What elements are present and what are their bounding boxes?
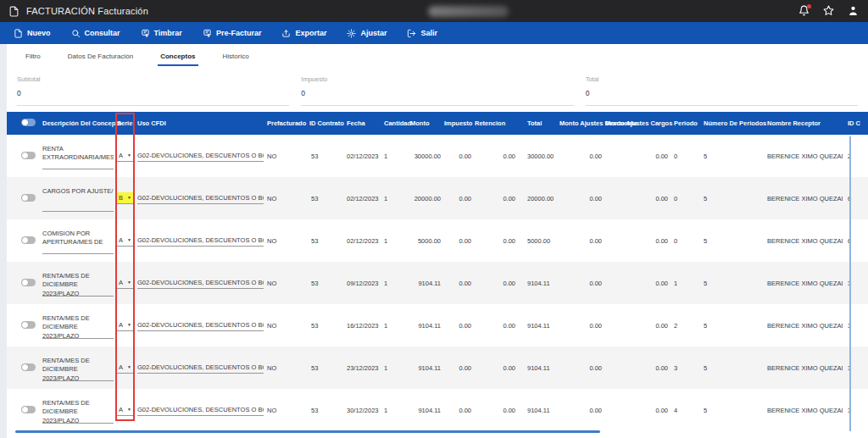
- cell-monto-ajustes-cargos: 0.00: [605, 195, 671, 202]
- titlebar: FACTURACIÓN Facturación: [0, 0, 868, 22]
- uso-cfdi-field[interactable]: G02-DEVOLUCIONES, DESCUENTOS O BONIFICAC: [137, 236, 264, 247]
- cell-toggle: [17, 236, 42, 246]
- cell-impuesto: 0.00: [444, 237, 475, 245]
- cell-total: 9104.11: [519, 407, 559, 414]
- uso-cfdi-field[interactable]: G02-DEVOLUCIONES, DESCUENTOS O BONIFICAC: [137, 363, 264, 374]
- horizontal-scrollbar[interactable]: [15, 430, 600, 433]
- cell-serie: A: [117, 362, 137, 374]
- chevron-down-icon: [127, 238, 131, 242]
- table-row: CARGOS POR AJUSTE/ B G02-DEVOLUCIONES, D…: [7, 177, 868, 219]
- cell-id: 3: [843, 364, 868, 372]
- uso-cfdi-field[interactable]: G02-DEVOLUCIONES, DESCUENTOS O BONIFICAC: [137, 278, 264, 289]
- cell-total: 9104.11: [519, 322, 559, 330]
- cell-retencion: 0.00: [475, 364, 519, 372]
- table-body: RENTA EXTRAORDINARIA/MES A G02-DEVOLUCIO…: [7, 135, 868, 431]
- col-header-cantidad: Cantidad: [384, 119, 410, 127]
- col-header-monto-ajustes-cargos: Monto Ajustes Cargos: [605, 119, 671, 127]
- cell-prefacturado: NO: [267, 195, 309, 202]
- col-header-nombre-receptor: Nombre Receptor: [765, 119, 843, 127]
- serie-dropdown[interactable]: A: [117, 235, 133, 247]
- cell-cantidad: 1: [384, 152, 410, 160]
- salir-button[interactable]: Salir: [397, 22, 448, 44]
- timbrar-button[interactable]: Timbrar: [131, 22, 192, 44]
- cell-fecha: 23/12/2023: [347, 364, 384, 372]
- concept-description-field[interactable]: RENTA/MES DE DICIEMBRE 2023/PLAZO: [42, 397, 114, 424]
- cell-prefacturado: NO: [267, 152, 309, 160]
- cell-descripcion: CARGOS POR AJUSTE/: [42, 186, 117, 212]
- cell-monto-ajustes-cargos: 0.00: [605, 407, 671, 414]
- row-toggle[interactable]: [21, 194, 36, 202]
- table-row: RENTA/MES DE DICIEMBRE 2023/PLAZO A G02-…: [7, 304, 868, 347]
- cell-fecha: 16/12/2023: [347, 322, 384, 330]
- cell-prefacturado: NO: [267, 280, 309, 287]
- cell-uso-cfdi: G02-DEVOLUCIONES, DESCUENTOS O BONIFICAC: [137, 193, 267, 204]
- cell-monto-ajustes-descuento: 0.00: [559, 280, 605, 287]
- row-toggle[interactable]: [21, 236, 36, 244]
- toolbar: Nuevo Consultar Timbrar Pre-Facturar Exp…: [0, 22, 868, 44]
- serie-dropdown[interactable]: A: [117, 319, 133, 331]
- cell-cantidad: 1: [384, 364, 410, 372]
- concept-description-field[interactable]: COMISION POR APERTURA/MES DE: [42, 228, 114, 254]
- nuevo-button[interactable]: Nuevo: [3, 22, 61, 44]
- cell-uso-cfdi: G02-DEVOLUCIONES, DESCUENTOS O BONIFICAC: [137, 363, 267, 374]
- row-toggle[interactable]: [21, 363, 36, 371]
- uso-cfdi-field[interactable]: G02-DEVOLUCIONES, DESCUENTOS O BONIFICAC: [137, 193, 264, 204]
- chevron-down-icon: [127, 323, 131, 327]
- cell-monto: 20000.00: [410, 195, 444, 202]
- row-toggle[interactable]: [21, 152, 36, 159]
- chevron-down-icon: [127, 280, 131, 285]
- cell-toggle: [17, 279, 42, 288]
- cell-fecha: 30/12/2023: [347, 407, 384, 414]
- cell-prefacturado: NO: [267, 364, 309, 372]
- pre-facturar-button[interactable]: Pre-Facturar: [192, 22, 272, 44]
- page-title: FACTURACIÓN Facturación: [26, 6, 148, 16]
- consultar-button[interactable]: Consultar: [61, 22, 131, 44]
- stamp-icon: [203, 29, 212, 38]
- uso-cfdi-field[interactable]: G02-DEVOLUCIONES, DESCUENTOS O BONIFICAC: [137, 320, 264, 331]
- uso-cfdi-field[interactable]: G02-DEVOLUCIONES, DESCUENTOS O BONIFICAC: [137, 151, 264, 162]
- cell-id-contrato: 53: [309, 195, 347, 202]
- cell-id: 3: [843, 322, 868, 330]
- cell-nombre-receptor: BERENICE XIMO QUEZADA: [765, 364, 843, 372]
- concept-description-field[interactable]: RENTA/MES DE DICIEMBRE 2023/PLAZO: [42, 355, 114, 381]
- table-row: COMISION POR APERTURA/MES DE A G02-DEVOL…: [7, 219, 868, 262]
- tab-datos-de-facturacion[interactable]: Datos De Facturación: [58, 44, 143, 68]
- cell-fecha: 02/12/2023: [347, 195, 384, 202]
- cell-numero-de-periodos: 5: [698, 322, 765, 330]
- cell-total: 5000.00: [519, 237, 559, 245]
- cell-numero-de-periodos: 5: [698, 280, 765, 287]
- notifications-bell-icon[interactable]: [798, 5, 810, 17]
- cell-retencion: 0.00: [475, 237, 519, 245]
- user-profile-icon[interactable]: [848, 5, 860, 17]
- favorite-star-icon[interactable]: [823, 5, 835, 17]
- row-toggle[interactable]: [21, 279, 36, 286]
- concept-description-field[interactable]: RENTA/MES DE DICIEMBRE 2023/PLAZO: [42, 313, 114, 339]
- serie-dropdown[interactable]: A: [117, 362, 133, 374]
- concept-description-field[interactable]: CARGOS POR AJUSTE/: [42, 186, 114, 212]
- cell-serie: A: [117, 150, 137, 162]
- cell-periodo: 4: [671, 407, 698, 414]
- row-toggle[interactable]: [21, 321, 36, 329]
- cell-toggle: [17, 194, 42, 203]
- table-row: RENTA/MES DE DICIEMBRE 2023/PLAZO A G02-…: [7, 389, 868, 431]
- cell-serie: B: [117, 192, 137, 204]
- ajustar-button[interactable]: Ajustar: [337, 22, 397, 44]
- serie-dropdown[interactable]: A: [117, 150, 133, 162]
- serie-dropdown[interactable]: A: [117, 277, 133, 289]
- cell-periodo: 1: [671, 280, 698, 287]
- impuesto-value: 0: [301, 89, 573, 97]
- serie-dropdown[interactable]: A: [117, 404, 133, 416]
- tab-filtro[interactable]: Filtro: [15, 44, 51, 68]
- exportar-button[interactable]: Exportar: [271, 22, 337, 44]
- tab-historico[interactable]: Historico: [213, 44, 259, 68]
- vertical-scrollbar[interactable]: [849, 136, 851, 431]
- cell-cantidad: 1: [384, 322, 410, 330]
- cell-total: 9104.11: [519, 280, 559, 287]
- serie-dropdown[interactable]: B: [117, 192, 133, 204]
- uso-cfdi-field[interactable]: G02-DEVOLUCIONES, DESCUENTOS O BONIFICAC: [137, 405, 264, 416]
- concept-description-field[interactable]: RENTA EXTRAORDINARIA/MES: [42, 143, 114, 169]
- select-all-toggle[interactable]: [21, 119, 36, 126]
- row-toggle[interactable]: [21, 406, 36, 413]
- tab-conceptos[interactable]: Conceptos: [150, 44, 205, 68]
- concept-description-field[interactable]: RENTA/MES DE DICIEMBRE 2023/PLAZO: [42, 270, 114, 297]
